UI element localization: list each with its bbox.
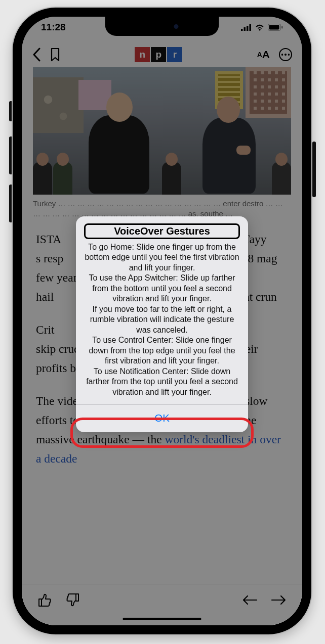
home-indicator[interactable] <box>123 618 201 620</box>
volume-up-button <box>9 136 13 174</box>
screen: 11:28 <box>22 17 302 625</box>
alert-body: To go Home: Slide one finger up from the… <box>76 242 248 404</box>
iphone-frame: 11:28 <box>13 8 311 634</box>
side-button <box>312 142 316 197</box>
alert-title: VoiceOver Gestures <box>84 223 240 239</box>
voiceover-gestures-alert: VoiceOver Gestures To go Home: Slide one… <box>76 216 248 432</box>
alert-ok-button[interactable]: OK <box>76 404 248 432</box>
mute-switch <box>9 101 13 121</box>
volume-down-button <box>9 185 13 222</box>
